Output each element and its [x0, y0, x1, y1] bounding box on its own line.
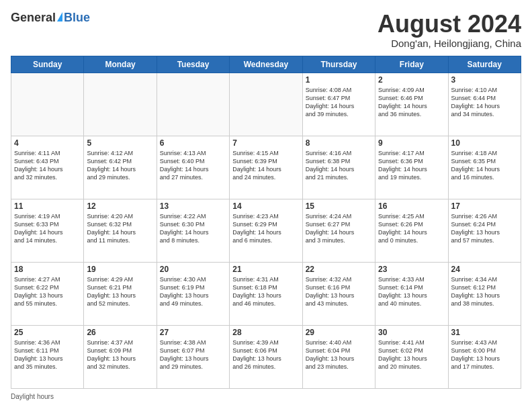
calendar-header-row: Sunday Monday Tuesday Wednesday Thursday…: [11, 56, 521, 73]
day-info: Sunrise: 4:10 AMSunset: 6:44 PMDaylight:…: [451, 86, 518, 119]
day-number: 2: [378, 75, 445, 85]
day-number: 26: [87, 328, 153, 337]
day-info: Sunrise: 4:34 AMSunset: 6:12 PMDaylight:…: [451, 275, 518, 308]
calendar-cell: [157, 73, 229, 136]
calendar-cell: 24Sunrise: 4:34 AMSunset: 6:12 PMDayligh…: [448, 262, 521, 325]
calendar-cell: 6Sunrise: 4:13 AMSunset: 6:40 PMDaylight…: [157, 136, 229, 199]
calendar-cell: 23Sunrise: 4:33 AMSunset: 6:14 PMDayligh…: [375, 262, 448, 325]
calendar-cell: 2Sunrise: 4:09 AMSunset: 6:46 PMDaylight…: [375, 73, 448, 136]
day-number: 21: [232, 265, 299, 274]
calendar-week-5: 25Sunrise: 4:36 AMSunset: 6:11 PMDayligh…: [11, 325, 521, 388]
day-info: Sunrise: 4:08 AMSunset: 6:47 PMDaylight:…: [306, 86, 372, 119]
calendar-cell: 26Sunrise: 4:37 AMSunset: 6:09 PMDayligh…: [84, 325, 157, 388]
col-monday: Monday: [84, 56, 157, 73]
calendar-cell: 8Sunrise: 4:16 AMSunset: 6:38 PMDaylight…: [302, 136, 375, 199]
calendar-cell: 30Sunrise: 4:41 AMSunset: 6:02 PMDayligh…: [375, 325, 448, 388]
day-info: Sunrise: 4:37 AMSunset: 6:09 PMDaylight:…: [87, 338, 153, 371]
page: General Blue August 2024 Dong'an, Heilon…: [0, 0, 532, 411]
calendar-week-2: 4Sunrise: 4:11 AMSunset: 6:43 PMDaylight…: [11, 136, 521, 199]
day-info: Sunrise: 4:13 AMSunset: 6:40 PMDaylight:…: [160, 149, 226, 182]
header: General Blue August 2024 Dong'an, Heilon…: [11, 11, 521, 49]
calendar-cell: 27Sunrise: 4:38 AMSunset: 6:07 PMDayligh…: [157, 325, 229, 388]
calendar-cell: 11Sunrise: 4:19 AMSunset: 6:33 PMDayligh…: [11, 199, 84, 262]
calendar-cell: 25Sunrise: 4:36 AMSunset: 6:11 PMDayligh…: [11, 325, 84, 388]
calendar-cell: 10Sunrise: 4:18 AMSunset: 6:35 PMDayligh…: [448, 136, 521, 199]
day-number: 31: [451, 328, 518, 337]
day-number: 3: [451, 75, 518, 85]
day-number: 18: [14, 265, 81, 274]
day-number: 4: [14, 138, 81, 148]
calendar-cell: 1Sunrise: 4:08 AMSunset: 6:47 PMDaylight…: [302, 73, 375, 136]
calendar-cell: 19Sunrise: 4:29 AMSunset: 6:21 PMDayligh…: [84, 262, 157, 325]
calendar-cell: 5Sunrise: 4:12 AMSunset: 6:42 PMDaylight…: [84, 136, 157, 199]
day-number: 16: [378, 201, 445, 211]
day-number: 24: [451, 265, 518, 274]
day-info: Sunrise: 4:32 AMSunset: 6:16 PMDaylight:…: [306, 275, 372, 308]
calendar-table: Sunday Monday Tuesday Wednesday Thursday…: [11, 56, 521, 389]
day-number: 6: [160, 138, 226, 148]
day-number: 14: [232, 201, 299, 211]
day-info: Sunrise: 4:16 AMSunset: 6:38 PMDaylight:…: [306, 149, 372, 182]
day-number: 25: [14, 328, 81, 337]
calendar-cell: 22Sunrise: 4:32 AMSunset: 6:16 PMDayligh…: [302, 262, 375, 325]
day-info: Sunrise: 4:24 AMSunset: 6:27 PMDaylight:…: [306, 212, 372, 245]
day-number: 8: [306, 138, 372, 148]
day-number: 20: [160, 265, 226, 274]
logo-general: General: [11, 11, 56, 25]
day-number: 12: [87, 201, 153, 211]
title-section: August 2024 Dong'an, Heilongjiang, China: [378, 11, 521, 49]
day-info: Sunrise: 4:25 AMSunset: 6:26 PMDaylight:…: [378, 212, 445, 245]
day-number: 7: [232, 138, 299, 148]
day-info: Sunrise: 4:39 AMSunset: 6:06 PMDaylight:…: [232, 338, 299, 371]
calendar-week-1: 1Sunrise: 4:08 AMSunset: 6:47 PMDaylight…: [11, 73, 521, 136]
day-info: Sunrise: 4:31 AMSunset: 6:18 PMDaylight:…: [232, 275, 299, 308]
day-info: Sunrise: 4:40 AMSunset: 6:04 PMDaylight:…: [306, 338, 372, 371]
calendar-cell: 9Sunrise: 4:17 AMSunset: 6:36 PMDaylight…: [375, 136, 448, 199]
calendar-cell: 16Sunrise: 4:25 AMSunset: 6:26 PMDayligh…: [375, 199, 448, 262]
calendar-cell: [11, 73, 84, 136]
col-saturday: Saturday: [448, 56, 521, 73]
calendar-cell: 3Sunrise: 4:10 AMSunset: 6:44 PMDaylight…: [448, 73, 521, 136]
calendar-cell: 28Sunrise: 4:39 AMSunset: 6:06 PMDayligh…: [230, 325, 302, 388]
day-number: 13: [160, 201, 226, 211]
calendar-cell: 20Sunrise: 4:30 AMSunset: 6:19 PMDayligh…: [157, 262, 229, 325]
day-number: 30: [378, 328, 445, 337]
day-number: 1: [306, 75, 372, 85]
daylight-hours-label: Daylight hours: [11, 393, 54, 400]
day-info: Sunrise: 4:20 AMSunset: 6:32 PMDaylight:…: [87, 212, 153, 245]
day-info: Sunrise: 4:23 AMSunset: 6:29 PMDaylight:…: [232, 212, 299, 245]
calendar-cell: 29Sunrise: 4:40 AMSunset: 6:04 PMDayligh…: [302, 325, 375, 388]
day-number: 10: [451, 138, 518, 148]
day-info: Sunrise: 4:41 AMSunset: 6:02 PMDaylight:…: [378, 338, 445, 371]
day-number: 11: [14, 201, 81, 211]
logo: General Blue: [11, 11, 90, 25]
calendar-cell: 15Sunrise: 4:24 AMSunset: 6:27 PMDayligh…: [302, 199, 375, 262]
day-number: 28: [232, 328, 299, 337]
logo-blue: Blue: [64, 11, 90, 25]
calendar-cell: 21Sunrise: 4:31 AMSunset: 6:18 PMDayligh…: [230, 262, 302, 325]
calendar-week-4: 18Sunrise: 4:27 AMSunset: 6:22 PMDayligh…: [11, 262, 521, 325]
footer: Daylight hours: [11, 393, 521, 400]
calendar-cell: 13Sunrise: 4:22 AMSunset: 6:30 PMDayligh…: [157, 199, 229, 262]
calendar-cell: 17Sunrise: 4:26 AMSunset: 6:24 PMDayligh…: [448, 199, 521, 262]
col-wednesday: Wednesday: [230, 56, 302, 73]
day-info: Sunrise: 4:27 AMSunset: 6:22 PMDaylight:…: [14, 275, 81, 308]
col-sunday: Sunday: [11, 56, 84, 73]
day-number: 23: [378, 265, 445, 274]
logo-text: General Blue: [11, 11, 90, 25]
day-info: Sunrise: 4:19 AMSunset: 6:33 PMDaylight:…: [14, 212, 81, 245]
day-info: Sunrise: 4:15 AMSunset: 6:39 PMDaylight:…: [232, 149, 299, 182]
day-number: 29: [306, 328, 372, 337]
day-number: 5: [87, 138, 153, 148]
day-number: 15: [306, 201, 372, 211]
day-number: 27: [160, 328, 226, 337]
calendar-cell: [84, 73, 157, 136]
day-info: Sunrise: 4:43 AMSunset: 6:00 PMDaylight:…: [451, 338, 518, 371]
location-subtitle: Dong'an, Heilongjiang, China: [378, 38, 521, 49]
day-number: 9: [378, 138, 445, 148]
calendar-cell: 31Sunrise: 4:43 AMSunset: 6:00 PMDayligh…: [448, 325, 521, 388]
col-thursday: Thursday: [302, 56, 375, 73]
calendar-cell: 7Sunrise: 4:15 AMSunset: 6:39 PMDaylight…: [230, 136, 302, 199]
col-friday: Friday: [375, 56, 448, 73]
day-number: 19: [87, 265, 153, 274]
